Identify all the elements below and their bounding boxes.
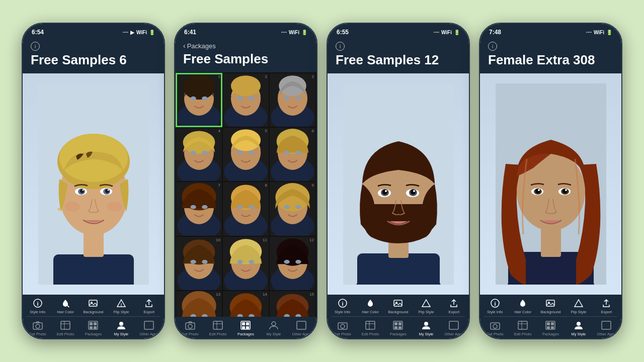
toolbar-background[interactable]: Background — [83, 298, 103, 314]
svg-point-131 — [295, 260, 301, 264]
grid-num-8: 8 — [265, 183, 267, 188]
svg-point-178 — [411, 190, 416, 195]
grid-item-14[interactable]: 14 — [223, 291, 269, 317]
svg-rect-225 — [551, 326, 554, 329]
toolbar-4-style-info[interactable]: i Style Info — [485, 298, 505, 314]
svg-point-115 — [202, 260, 207, 264]
grid-num-11: 11 — [263, 238, 267, 242]
svg-rect-158 — [213, 321, 222, 329]
phone-1-info-icon[interactable]: i — [31, 42, 40, 51]
toolbar-other-apps[interactable]: Other Apps — [139, 320, 159, 336]
toolbar-4-background[interactable]: Background — [540, 298, 560, 314]
toolbar-export[interactable]: Export — [139, 298, 159, 314]
grid-item-3[interactable]: 3 — [270, 73, 315, 127]
svg-rect-31 — [94, 322, 97, 325]
toolbar-flip-style[interactable]: Flip Style — [111, 298, 131, 314]
toolbar-4-get-photo[interactable]: Get Photo — [485, 320, 505, 336]
phone-4-screen: 7:48 ···· WiFi 🔋 i Female Extra 308 — [480, 24, 621, 338]
toolbar-2-edit-photo[interactable]: Edit Photo — [208, 320, 228, 336]
phone-3-face — [328, 73, 469, 295]
phone-4-main — [480, 73, 621, 295]
toolbar-3-style-info[interactable]: i Style Info — [333, 298, 353, 314]
toolbar-4-export[interactable]: Export — [596, 298, 616, 314]
svg-point-114 — [190, 260, 196, 264]
grid-item-12[interactable]: 12 — [270, 237, 315, 290]
phone-1-face — [23, 73, 164, 295]
phone-3-status-icons: ···· WiFi 🔋 — [434, 30, 460, 35]
grid-item-6[interactable]: 6 — [270, 128, 315, 181]
phone-4-time: 7:48 — [489, 29, 501, 36]
toolbar-2-get-photo[interactable]: Get Photo — [180, 320, 200, 336]
toolbar-3-packages[interactable]: Packages — [388, 320, 408, 336]
svg-rect-32 — [90, 326, 93, 329]
toolbar-3-get-photo[interactable]: Get Photo — [333, 320, 353, 336]
toolbar-edit-photo[interactable]: Edit Photo — [55, 320, 75, 336]
toolbar-3-export[interactable]: Export — [444, 298, 464, 314]
svg-rect-183 — [394, 300, 402, 306]
grid-item-15[interactable]: 15 — [270, 291, 315, 317]
svg-point-74 — [237, 151, 243, 155]
toolbar-my-style-active[interactable]: My Style — [111, 320, 131, 336]
grid-item-4[interactable]: 4 — [176, 128, 222, 181]
phone-3-title: Free Samples 12 — [336, 53, 461, 67]
toolbar-4-edit-photo[interactable]: Edit Photo — [513, 320, 533, 336]
phone-3-time: 6:55 — [337, 29, 349, 36]
svg-rect-222 — [547, 322, 550, 325]
phone-4-info-icon[interactable]: i — [488, 42, 497, 51]
phone-1-header: i Free Samples 6 — [23, 39, 164, 73]
svg-rect-223 — [551, 322, 554, 325]
toolbar-get-photo[interactable]: Get Photo — [28, 320, 48, 336]
svg-point-42 — [190, 96, 196, 100]
grid-item-7[interactable]: 7 — [176, 182, 222, 235]
toolbar-3-background[interactable]: Background — [388, 298, 408, 314]
toolbar-3-flip-style[interactable]: Flip Style — [416, 298, 436, 314]
toolbar-3-edit-photo[interactable]: Edit Photo — [360, 320, 380, 336]
toolbar-4-my-style-active[interactable]: My Style — [569, 320, 589, 336]
style-info-icon: i — [32, 298, 43, 309]
grid-item-1[interactable]: 1 — [176, 73, 222, 127]
grid-item-8[interactable]: 8 — [223, 182, 269, 235]
phone-2-back-nav[interactable]: ‹ Packages — [183, 42, 308, 50]
phone-3-info-icon[interactable]: i — [336, 42, 345, 51]
svg-point-43 — [202, 96, 207, 100]
svg-point-130 — [284, 260, 289, 264]
toolbar-style-info[interactable]: i Style Info — [28, 298, 48, 314]
toolbar-hair-color[interactable]: Hair Color — [55, 298, 75, 314]
svg-rect-224 — [547, 326, 550, 329]
svg-point-15 — [65, 202, 80, 212]
toolbar-4-hair-color[interactable]: Hair Color — [513, 298, 533, 314]
svg-point-82 — [284, 151, 289, 155]
toolbar-4-packages[interactable]: Packages — [540, 320, 560, 336]
grid-item-10[interactable]: 10 — [176, 237, 222, 290]
grid-item-13[interactable]: 13 — [176, 291, 222, 317]
phone-1-face-svg — [38, 83, 149, 285]
back-label: Packages — [187, 42, 216, 50]
svg-rect-30 — [90, 322, 93, 325]
svg-rect-20 — [89, 300, 97, 306]
phone-1-title: Free Samples 6 — [31, 53, 156, 67]
my-style-label: My Style — [114, 332, 128, 336]
toolbar-packages[interactable]: Packages — [83, 320, 103, 336]
toolbar-3-my-style-active[interactable]: My Style — [416, 320, 436, 336]
packages-icon-2 — [240, 320, 251, 331]
svg-rect-218 — [518, 321, 527, 329]
toolbar-2-packages-active[interactable]: Packages — [235, 320, 256, 336]
toolbar-4-other-apps[interactable]: Other Apps — [596, 320, 616, 336]
svg-point-209 — [538, 189, 540, 191]
toolbar-3-other-apps[interactable]: Other Apps — [444, 320, 464, 336]
phone-4-face — [480, 73, 621, 295]
svg-point-90 — [190, 205, 196, 209]
svg-rect-162 — [242, 322, 245, 325]
phone-4-face-svg — [496, 83, 606, 285]
toolbar-2-my-style[interactable]: My Style — [264, 320, 284, 336]
toolbar-2-other-apps[interactable]: Other Apps — [291, 320, 311, 336]
grid-item-5[interactable]: 5 — [223, 128, 269, 181]
svg-point-207 — [535, 189, 540, 194]
toolbar-4-flip-style[interactable]: Flip Style — [569, 298, 589, 314]
toolbar-3-hair-color[interactable]: Hair Color — [360, 298, 380, 314]
grid-item-2[interactable]: 2 — [223, 73, 269, 127]
phone-4-info-row: i — [488, 42, 613, 51]
grid-item-11[interactable]: 11 — [223, 237, 269, 290]
grid-item-9[interactable]: 9 — [270, 182, 315, 235]
phone-3-screen: 6:55 ···· WiFi 🔋 i Free Samples 12 — [328, 24, 469, 338]
